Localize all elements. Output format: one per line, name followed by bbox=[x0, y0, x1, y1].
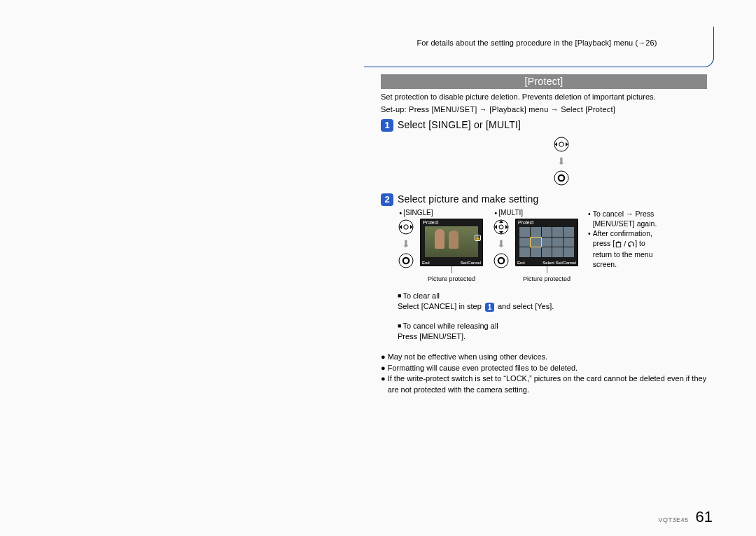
svg-point-18 bbox=[494, 254, 508, 268]
note-text: After confirmation, bbox=[593, 229, 652, 238]
clear-all-block: ■To clear all Select [CANCEL] in step 1 … bbox=[398, 291, 707, 312]
multi-controls: ⬇ bbox=[493, 219, 510, 269]
lock-icon: 🔒 bbox=[475, 235, 481, 241]
page-number: 61 bbox=[696, 508, 713, 526]
set-button-icon bbox=[398, 252, 414, 269]
svg-point-13 bbox=[499, 225, 503, 229]
side-notes: •To cancel → Press[MENU/SET] again. • Af… bbox=[588, 209, 657, 269]
svg-point-19 bbox=[498, 258, 504, 263]
footnote-bullets: ●May not be effective when using other d… bbox=[381, 352, 707, 395]
lcd-title: Protect bbox=[423, 220, 438, 225]
svg-point-4 bbox=[554, 171, 568, 185]
dpad-4way-icon bbox=[493, 219, 510, 235]
single-lcd: Protect 🔒 EndSet/Cancel bbox=[420, 219, 483, 266]
clear-all-heading: To clear all bbox=[402, 291, 440, 300]
svg-marker-3 bbox=[566, 142, 568, 146]
svg-marker-17 bbox=[499, 231, 503, 234]
person-shape bbox=[449, 231, 458, 249]
setup-line: Set-up: Press [MENU/SET] → [Playback] me… bbox=[381, 105, 707, 114]
step-2: 2 Select picture and make setting bbox=[381, 193, 707, 206]
section-title-bar: [Protect] bbox=[381, 74, 707, 89]
note-text: press [ bbox=[593, 239, 615, 247]
step-1-badge: 1 bbox=[381, 119, 393, 132]
lcd-title: Protect bbox=[518, 220, 533, 225]
footnote-text: May not be effective when using other de… bbox=[388, 352, 548, 362]
cancel-releasing-heading: To cancel while releasing all bbox=[402, 322, 498, 330]
step-2-title: Select picture and make setting bbox=[398, 193, 539, 205]
page-frame bbox=[364, 27, 714, 67]
single-screen-block: Protect 🔒 EndSet/Cancel Picture protecte… bbox=[420, 219, 483, 282]
dpad-leftright-icon bbox=[553, 136, 570, 153]
svg-rect-20 bbox=[616, 242, 620, 247]
multi-screen-block: Protect EndSelect Set/Cancel Picture pro… bbox=[515, 219, 578, 282]
lcd-left: End bbox=[422, 261, 430, 265]
person-shape bbox=[435, 229, 444, 249]
step-1: 1 Select [SINGLE] or [MULTI] bbox=[381, 119, 707, 132]
svg-point-1 bbox=[559, 142, 564, 146]
thumbnail-grid bbox=[519, 227, 574, 257]
svg-marker-15 bbox=[505, 225, 508, 229]
footnote-text: If the write-protect switch is set to “L… bbox=[388, 373, 707, 395]
step-1-title: Select [SINGLE] or [MULTI] bbox=[398, 119, 521, 130]
multi-caption: Picture protected bbox=[523, 275, 570, 282]
section-description: Set protection to disable picture deleti… bbox=[381, 92, 707, 102]
clear-all-text: and select [Yes]. bbox=[498, 302, 554, 310]
svg-marker-2 bbox=[555, 142, 558, 146]
svg-marker-9 bbox=[410, 225, 413, 229]
note-text: [MENU/SET] again. bbox=[593, 219, 657, 228]
trash-return-icons: / bbox=[615, 239, 635, 249]
step-2-badge: 2 bbox=[381, 193, 393, 206]
lcd-right: Set/Cancel bbox=[461, 261, 481, 265]
cancel-releasing-block: ■To cancel while releasing all Press [ME… bbox=[398, 321, 707, 343]
doc-code: VQT3E45 bbox=[658, 516, 688, 523]
single-label: [SINGLE] bbox=[399, 209, 483, 217]
down-arrow-icon: ⬇ bbox=[557, 156, 566, 167]
clear-all-text: Select [CANCEL] in step bbox=[398, 302, 482, 310]
note-text: screen. bbox=[593, 260, 617, 268]
svg-point-5 bbox=[559, 175, 564, 181]
cancel-releasing-text: Press [MENU/SET]. bbox=[398, 331, 707, 342]
lcd-left: End bbox=[517, 261, 525, 265]
dpad-leftright-icon bbox=[398, 219, 414, 235]
page-footer: VQT3E45 61 bbox=[658, 508, 713, 526]
svg-marker-8 bbox=[400, 225, 402, 229]
step-2-row: [SINGLE] ⬇ Protect 🔒 EndSet/Cancel bbox=[398, 209, 707, 282]
note-text: ] to bbox=[635, 239, 645, 247]
set-button-icon bbox=[493, 252, 510, 269]
note-text: To cancel → Press bbox=[593, 209, 654, 218]
footnote-text: Formatting will cause even protected fil… bbox=[388, 363, 578, 373]
svg-marker-16 bbox=[499, 220, 503, 223]
multi-label: [MULTI] bbox=[494, 209, 578, 217]
down-arrow-icon: ⬇ bbox=[402, 238, 410, 249]
set-button-icon bbox=[553, 170, 570, 186]
down-arrow-icon: ⬇ bbox=[497, 238, 505, 249]
multi-lcd: Protect EndSelect Set/Cancel bbox=[515, 219, 578, 266]
svg-point-10 bbox=[399, 254, 413, 268]
note-text: return to the menu bbox=[593, 250, 653, 259]
content-column: [Protect] Set protection to disable pict… bbox=[381, 74, 707, 395]
inline-step1-badge: 1 bbox=[485, 303, 494, 312]
step-1-controls: ⬇ bbox=[416, 136, 707, 186]
top-note: For details about the setting procedure … bbox=[372, 39, 701, 47]
svg-point-7 bbox=[404, 225, 408, 229]
svg-point-11 bbox=[403, 258, 409, 263]
single-caption: Picture protected bbox=[428, 275, 475, 282]
single-controls: ⬇ bbox=[398, 219, 414, 269]
svg-marker-14 bbox=[495, 225, 498, 229]
lcd-right: Select Set/Cancel bbox=[542, 261, 576, 265]
